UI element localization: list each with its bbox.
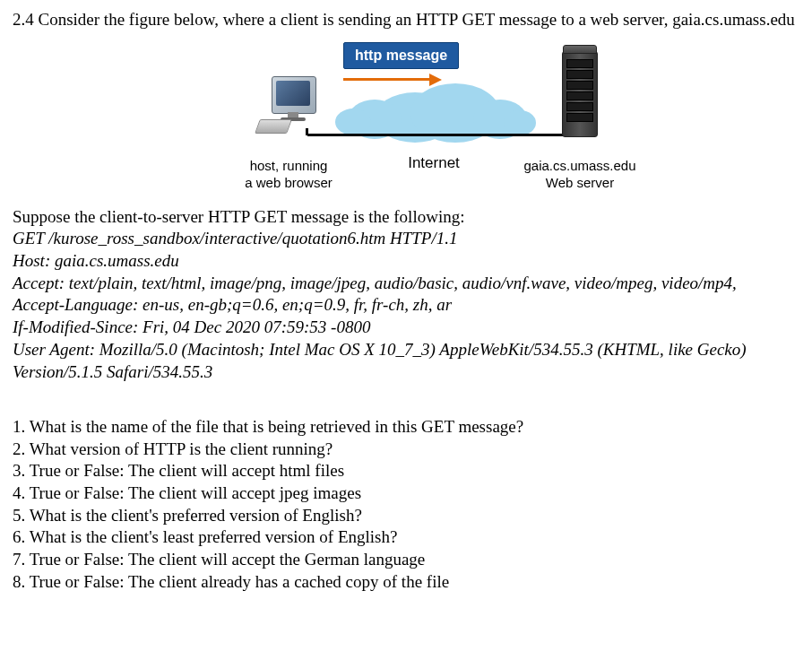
http-message-label-box: http message xyxy=(343,42,459,70)
web-server-icon xyxy=(562,51,598,137)
http-accept-language-header: Accept-Language: en-us, en-gb;q=0.6, en;… xyxy=(13,294,799,317)
http-if-modified-since-header: If-Modified-Since: Fri, 04 Dec 2020 07:5… xyxy=(13,317,799,339)
problem-intro-text: Consider the figure below, where a clien… xyxy=(39,10,795,29)
question-5: 5. What is the client's preferred versio… xyxy=(13,505,799,527)
suppose-text: Suppose the client-to-server HTTP GET me… xyxy=(13,206,799,229)
question-4: 4. True or False: The client will accept… xyxy=(13,482,799,505)
http-request-line: GET /kurose_ross_sandbox/interactive/quo… xyxy=(13,228,799,250)
host-label-line1: host, running xyxy=(250,158,328,173)
internet-cloud xyxy=(348,83,527,148)
problem-number: 2.4 xyxy=(13,10,34,29)
server-label-line1: gaia.cs.umass.edu xyxy=(523,158,635,173)
http-accept-header: Accept: text/plain, text/html, image/png… xyxy=(13,273,799,295)
network-link xyxy=(307,134,576,136)
problem-intro: 2.4 Consider the figure below, where a c… xyxy=(13,9,799,31)
http-user-agent-header: User Agent: Mozilla/5.0 (Macintosh; Inte… xyxy=(13,339,799,383)
internet-label: Internet xyxy=(384,153,483,173)
request-arrow-icon xyxy=(343,74,442,83)
network-figure: http message host, running a web browser… xyxy=(155,42,657,199)
client-computer-icon xyxy=(255,76,320,134)
server-label-line2: Web server xyxy=(546,175,614,190)
question-8: 8. True or False: The client already has… xyxy=(13,571,799,594)
question-1: 1. What is the name of the file that is … xyxy=(13,416,799,439)
question-2: 2. What version of HTTP is the client ru… xyxy=(13,439,799,461)
question-3: 3. True or False: The client will accept… xyxy=(13,460,799,482)
question-7: 7. True or False: The client will accept… xyxy=(13,549,799,571)
questions-list: 1. What is the name of the file that is … xyxy=(13,416,799,594)
question-6: 6. What is the client's least preferred … xyxy=(13,526,799,549)
host-label-line2: a web browser xyxy=(245,175,333,190)
http-get-message: GET /kurose_ross_sandbox/interactive/quo… xyxy=(13,228,799,383)
figure-container: http message host, running a web browser… xyxy=(13,42,799,199)
server-label: gaia.cs.umass.edu Web server xyxy=(517,157,643,192)
http-host-header: Host: gaia.cs.umass.edu xyxy=(13,250,799,273)
host-label: host, running a web browser xyxy=(236,157,341,192)
